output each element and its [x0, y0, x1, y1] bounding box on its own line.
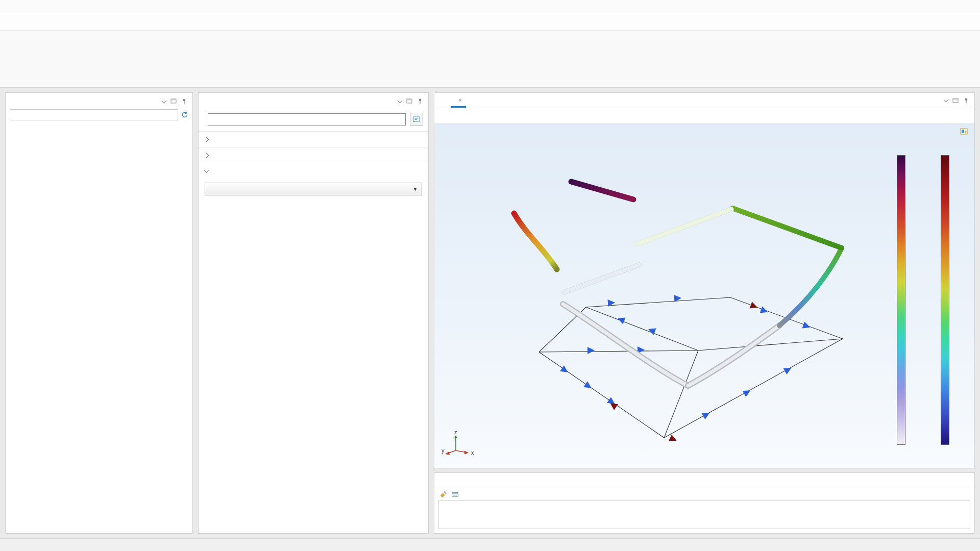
section-header[interactable]: [199, 147, 428, 163]
chevron-right-icon: [204, 137, 209, 142]
window-controls: [913, 0, 980, 15]
close-button[interactable]: [958, 0, 980, 15]
panel-menu-icon[interactable]: [162, 98, 167, 103]
float-panel-icon[interactable]: [406, 98, 412, 104]
section-header[interactable]: [199, 163, 428, 179]
colorbar-molar-flow: [897, 155, 905, 445]
section-equation: ▼: [199, 163, 428, 234]
section-header[interactable]: [199, 132, 428, 147]
plot-context-icon[interactable]: [960, 128, 968, 136]
close-tab-icon[interactable]: ×: [458, 97, 462, 104]
axis-orientation-triad: y z x: [440, 430, 478, 457]
pin-icon[interactable]: [963, 97, 969, 104]
messages-content[interactable]: [438, 500, 970, 529]
open-message-window-icon[interactable]: [451, 491, 459, 498]
equation-section-body: ▼: [199, 179, 428, 234]
refresh-icon[interactable]: [181, 111, 188, 118]
label-input[interactable]: [208, 113, 406, 126]
colorbar-velocity: [941, 155, 949, 445]
pin-icon[interactable]: [417, 98, 423, 104]
minimize-button[interactable]: [913, 0, 935, 15]
rename-icon: [412, 115, 421, 123]
filter-row: [6, 108, 192, 122]
equation-row-3: [205, 217, 422, 220]
title-bar: [0, 0, 980, 15]
dropdown-arrow-icon: ▼: [413, 187, 418, 192]
right-column: ×: [434, 92, 975, 534]
menu-bar: [0, 15, 980, 31]
graphics-chrome: [944, 93, 974, 108]
svg-text:x: x: [471, 449, 474, 456]
section-point-selection: [199, 131, 428, 147]
float-panel-icon[interactable]: [170, 98, 177, 104]
study-select-dropdown[interactable]: ▼: [205, 183, 422, 195]
clear-messages-icon[interactable]: [439, 491, 447, 498]
graphics-panel: ×: [434, 92, 975, 468]
messages-toolbar: [434, 488, 974, 500]
panel-menu-icon[interactable]: [944, 97, 949, 102]
graphics-tab-bar: ×: [434, 93, 974, 108]
settings-subtitle: [199, 104, 428, 108]
section-override-contribution: [199, 147, 428, 163]
model-builder-chrome: [162, 96, 187, 104]
tab-velocity-and-concentration[interactable]: ×: [449, 93, 468, 108]
pipe-network-scene: [434, 138, 894, 454]
maximize-button[interactable]: [935, 0, 958, 15]
pin-icon[interactable]: [181, 98, 187, 104]
chevron-down-icon: [204, 168, 209, 173]
model-builder-panel: [5, 92, 193, 534]
label-field-row: [199, 108, 428, 131]
svg-text:y: y: [442, 447, 445, 454]
ribbon: [0, 31, 980, 88]
plot-area[interactable]: y z x: [434, 123, 974, 468]
rename-button[interactable]: [410, 113, 423, 126]
float-panel-icon[interactable]: [952, 97, 959, 104]
tab-graphics[interactable]: [436, 93, 449, 108]
svg-text:z: z: [454, 430, 457, 435]
status-bar: [0, 538, 980, 551]
messages-tab-bar: [434, 473, 974, 488]
model-tree: [6, 122, 192, 533]
comsol-window: ▼: [0, 0, 980, 551]
tree-filter-input[interactable]: [10, 109, 178, 120]
panel-menu-icon[interactable]: [398, 98, 403, 103]
settings-panel: ▼: [198, 92, 429, 534]
chevron-right-icon: [204, 153, 209, 158]
main-area: ▼: [0, 88, 980, 538]
graphics-toolbar: [434, 108, 974, 123]
velocity-arrows: [560, 294, 811, 444]
settings-chrome: [398, 96, 423, 104]
messages-panel: [434, 472, 975, 534]
equation-row-1: [205, 203, 422, 204]
model-builder-toolbar: [6, 104, 192, 108]
